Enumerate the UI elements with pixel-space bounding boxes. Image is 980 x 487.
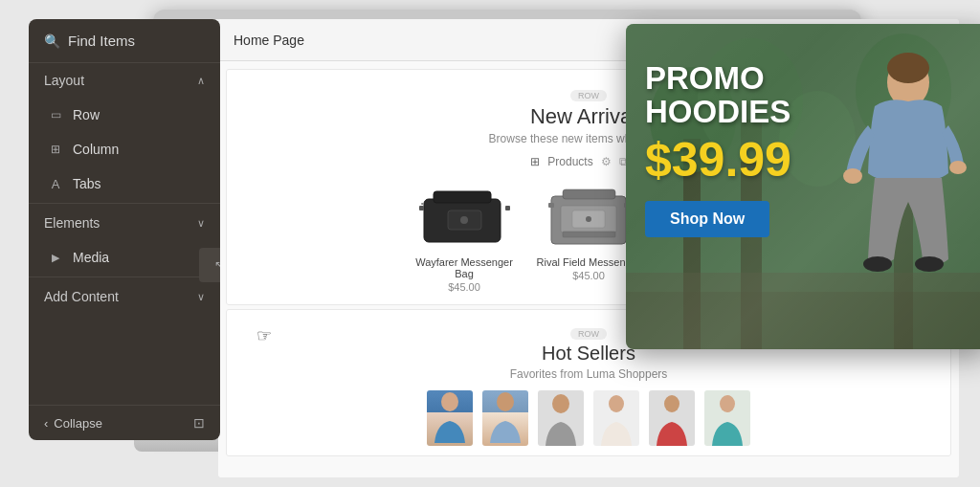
bag-field-svg (544, 182, 635, 247)
sidebar-row-label: Row (73, 107, 100, 122)
person-avatar-3 (538, 390, 584, 446)
person-avatar-5 (649, 390, 695, 446)
sidebar-item-column[interactable]: ⊞ Column (29, 132, 220, 166)
collapse-expand-icon: ⊡ (193, 415, 205, 431)
sidebar-tabs-label: Tabs (73, 176, 101, 191)
layout-section-label: Layout (44, 73, 84, 88)
svg-point-44 (949, 161, 967, 174)
product-image-1 (416, 180, 512, 249)
promo-overlay: PROMO HOODIES $39.99 Shop Now (626, 24, 980, 349)
person-avatar-4 (593, 390, 639, 446)
svg-point-5 (460, 216, 468, 224)
sidebar-section-add-content[interactable]: Add Content ∨ (29, 279, 220, 314)
product-name-1: Wayfarer Messenger Bag (412, 256, 517, 279)
sidebar-item-tabs[interactable]: A Tabs (29, 166, 220, 201)
promo-person-figure (822, 49, 975, 349)
cursor-indicator-icon: ↖ (214, 258, 220, 272)
promo-content: PROMO HOODIES $39.99 Shop Now (645, 62, 791, 237)
tabs-icon: A (48, 177, 63, 191)
person-avatar-1 (427, 390, 473, 446)
person-svg (822, 49, 975, 345)
row-icon: ▭ (48, 108, 63, 122)
collapse-label: ‹ Collapse (44, 416, 102, 431)
svg-point-25 (609, 395, 624, 412)
scene: 🔍 Find Items Layout ∧ ▭ Row ⊞ Column A T… (0, 0, 980, 487)
sidebar-section-layout[interactable]: Layout ∧ (29, 63, 220, 98)
new-arrivals-row-badge: ROW (570, 90, 607, 101)
person-avatar-6 (704, 390, 750, 446)
layout-chevron-icon: ∧ (197, 75, 205, 87)
add-content-label: Add Content (44, 289, 119, 304)
svg-point-43 (843, 168, 862, 184)
collapse-arrow-icon: ‹ (44, 416, 48, 431)
promo-background: PROMO HOODIES $39.99 Shop Now (626, 24, 980, 349)
search-icon: 🔍 (44, 33, 60, 49)
product-image-2 (541, 180, 636, 249)
svg-point-11 (586, 216, 591, 222)
products-widget-icon: ⊞ (530, 155, 540, 168)
svg-rect-2 (419, 206, 424, 210)
buttons-popup[interactable]: ↖ Buttons (199, 248, 220, 282)
sidebar-media-row[interactable]: ▶ Media ↖ Buttons (29, 240, 220, 275)
product-card-1: Wayfarer Messenger Bag $45.00 (412, 180, 517, 293)
svg-rect-12 (548, 203, 554, 208)
product-price-1: $45.00 (412, 281, 517, 293)
svg-point-27 (664, 395, 679, 412)
svg-rect-1 (434, 191, 491, 203)
add-content-chevron-icon: ∨ (197, 291, 205, 303)
svg-point-29 (720, 395, 735, 412)
sidebar-item-row[interactable]: ▭ Row (29, 98, 220, 132)
bag-messenger-svg (419, 182, 510, 247)
sidebar-media-label: Media (73, 250, 109, 265)
column-icon: ⊞ (48, 143, 63, 156)
svg-rect-3 (505, 206, 510, 210)
elements-chevron-icon: ∨ (197, 217, 205, 230)
hot-sellers-subtitle: Favorites from Luma Shoppers (242, 367, 935, 381)
products-settings-icon[interactable]: ⚙ (601, 155, 612, 168)
svg-point-46 (915, 256, 944, 272)
svg-point-23 (552, 394, 569, 413)
promo-title: PROMO HOODIES (645, 62, 791, 128)
svg-rect-14 (563, 232, 615, 237)
elements-section-label: Elements (44, 215, 100, 231)
sidebar-column-label: Column (73, 142, 119, 157)
promo-price: $39.99 (645, 136, 791, 184)
sidebar-section-elements[interactable]: Elements ∨ (29, 206, 220, 240)
svg-point-20 (441, 392, 458, 411)
svg-rect-8 (563, 189, 615, 199)
shop-now-button[interactable]: Shop Now (645, 201, 769, 237)
person-avatar-2 (482, 390, 528, 446)
sidebar-search[interactable]: 🔍 Find Items (29, 19, 220, 63)
svg-point-45 (863, 256, 892, 272)
svg-point-42 (887, 53, 929, 83)
svg-rect-6 (421, 203, 424, 205)
media-icon: ▶ (48, 252, 63, 264)
products-label: Products (547, 155, 592, 168)
sidebar-search-label: Find Items (68, 33, 135, 49)
hot-sellers-row-badge: ROW (570, 328, 607, 340)
sidebar-collapse-button[interactable]: ‹ Collapse ⊡ (29, 405, 220, 440)
svg-point-21 (497, 392, 514, 411)
sidebar: 🔍 Find Items Layout ∧ ▭ Row ⊞ Column A T… (29, 19, 220, 440)
people-row (242, 390, 935, 446)
